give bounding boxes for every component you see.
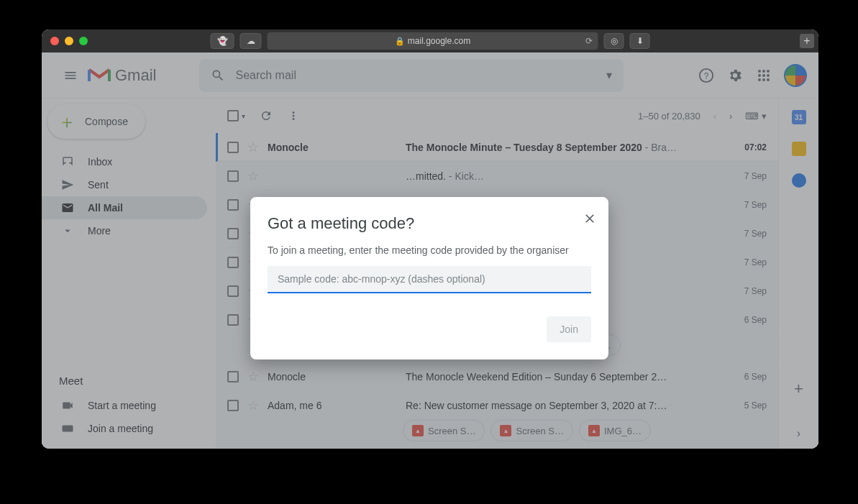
new-tab-button[interactable]: +	[800, 34, 814, 48]
meeting-code-input[interactable]	[268, 266, 591, 293]
meeting-code-dialog: Got a meeting code? To join a meeting, e…	[250, 197, 608, 359]
reload-icon[interactable]: ⟳	[585, 36, 593, 46]
close-window-button[interactable]	[50, 37, 59, 45]
address-bar[interactable]: 🔒 mail.google.com ⟳	[268, 32, 598, 50]
join-button[interactable]: Join	[547, 316, 591, 342]
minimize-window-button[interactable]	[65, 37, 73, 45]
close-dialog-button[interactable]	[583, 211, 597, 226]
browser-window: 👻 ☁ 🔒 mail.google.com ⟳ ◎ ⬇ + Gmail Sear…	[42, 29, 818, 449]
lock-icon: 🔒	[395, 37, 405, 46]
gmail-app: Gmail Search mail ▾ ?	[42, 52, 818, 449]
extension-ghost-icon[interactable]: 👻	[211, 33, 234, 49]
address-text: mail.google.com	[408, 36, 470, 46]
downloads-icon[interactable]: ⬇	[630, 33, 650, 49]
close-icon	[583, 211, 597, 226]
extension-shield-icon[interactable]: ◎	[604, 33, 624, 49]
window-controls	[50, 37, 88, 45]
maximize-window-button[interactable]	[79, 37, 88, 45]
dialog-description: To join a meeting, enter the meeting cod…	[268, 244, 591, 256]
titlebar: 👻 ☁ 🔒 mail.google.com ⟳ ◎ ⬇ +	[42, 29, 818, 52]
extension-cloud-icon[interactable]: ☁	[240, 33, 262, 49]
dialog-title: Got a meeting code?	[268, 214, 591, 233]
